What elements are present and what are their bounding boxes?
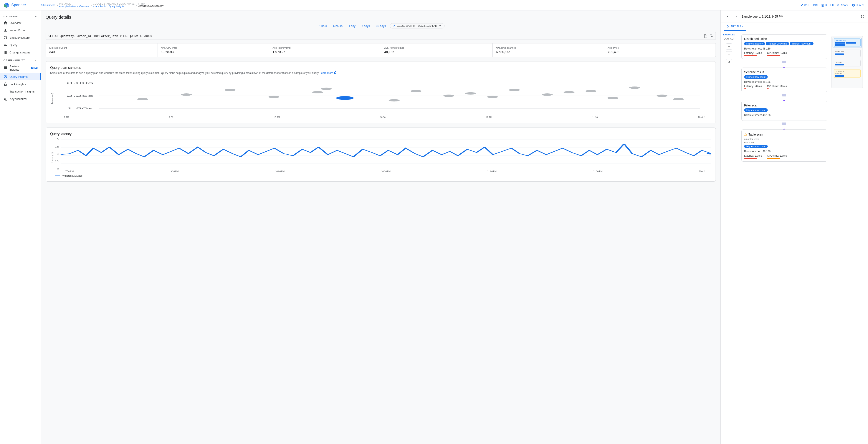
badge-highest-row-2: Highest row count [744,75,768,79]
home-icon [3,21,7,25]
chart-legend: Avg latency: 2.236s [55,174,711,177]
node-serialize-result[interactable]: Serialize result Highest row count Rows … [741,67,827,92]
next-sample-button[interactable] [733,13,740,20]
query-latency-card: Query latency Latency (s) 3s 2.5s 2s 1.5… [45,127,716,182]
delete-database-button[interactable]: DELETE DATABASE [821,4,849,7]
sidebar-item-key-visualizer[interactable]: Key Visualizer [0,95,41,102]
zoom-in-button[interactable]: + [726,43,732,50]
page-title: Query details [45,15,716,20]
sidebar-item-backup-restore[interactable]: Backup/Restore [0,34,41,41]
sidebar-item-lock-insights[interactable]: Lock insights [0,80,41,88]
query-text: SELECT quantity, order_id FROM order_ite… [49,34,703,37]
breadcrumb-sep-3: › [136,3,137,7]
sidebar-item-overview[interactable]: Overview [0,19,41,27]
copy-icon[interactable] [703,34,707,38]
svg-point-14 [269,96,279,98]
cpu-bar-1 [767,55,780,56]
full-scan-label: Full scan [744,141,824,144]
external-link-icon [334,71,336,74]
compact-view-btn[interactable]: COMPACT [724,37,735,40]
node-subtitle-table-scan: on order_item [744,138,824,140]
query-plan-desc: Select one of the dots to see a query pl… [50,71,711,75]
plan-tree: Distributed union Highest latency Highes… [741,34,827,441]
sidebar-item-query[interactable]: Query [0,41,41,49]
svg-rect-40 [835,44,845,46]
top-navigation: Spanner All instances › INSTANCE example… [0,0,868,10]
sidebar-item-change-streams[interactable]: Change streams [0,49,41,56]
expanded-view-btn[interactable]: EXPANDED [723,33,735,36]
time-controls: 1 hour 6 hours 1 day 7 days 30 days 3/1/… [45,23,716,28]
query-latency-title: Query latency [50,132,711,136]
time-range-label: 3/1/23, 8:43 PM - 3/2/23, 12:04 AM [397,24,437,27]
stat-avg-rows-scanned: Avg. rows scanned 6,580,166 [493,43,604,57]
breadcrumb-all-instances[interactable]: All instances [41,4,55,7]
svg-point-26 [586,90,596,92]
node-stats-2: Rows returned: 48,186 [744,80,824,83]
database-section-title: DATABASE [0,12,41,19]
scatter-x-axis: 9 PM 9:30 10 PM 10:30 11 PM 11:30 Thu 02 [55,116,711,119]
latency-chart [61,137,711,170]
cpu-bar-4 [767,158,780,159]
tab-query-plan[interactable]: QUERY PLAN [724,23,746,31]
check-icon [393,24,396,27]
breadcrumb-fprint: FPRINT #865423840743298017 [138,3,163,8]
svg-text:1.50s: 1.50s [67,107,93,110]
zoom-out-button[interactable]: − [726,51,732,57]
panel-title: Sample query: 3/1/23, 9:55 PM [741,15,859,18]
learn-more-link[interactable]: Learn more [320,71,333,75]
node-distributed-union[interactable]: Distributed union Highest latency Highes… [741,34,827,59]
sidebar-item-query-insights[interactable]: Query insights [0,73,41,80]
svg-text:Distributed union: Distributed union [835,40,846,41]
sidebar-item-system-insights[interactable]: System insights NEW [0,63,41,73]
streams-icon [3,50,7,54]
sidebar-item-transaction-insights[interactable]: Transaction insights [0,88,41,95]
app-name: Spanner [11,3,26,7]
main-content: Query details 1 hour 6 hours 1 day 7 day… [41,10,720,444]
scatter-plot[interactable]: 3.00s 2.25s 1.50s [55,79,711,115]
stat-avg-cpu: Avg. CPU (ms) 1,968.93 [157,43,269,57]
reset-zoom-button[interactable]: ↺ [726,59,732,65]
plan-minimap: Distributed union Serialize result Filte… [832,36,863,88]
node-badges-filter: Highest row count [744,109,824,112]
time-6hours[interactable]: 6 hours [331,24,345,28]
node-filter-scan[interactable]: Filter scan Highest row count Rows retur… [741,101,827,121]
node-title-distributed-union: Distributed union [744,37,824,40]
expand-panel-button[interactable] [861,14,865,19]
warning-icon: ⚠ [744,132,747,137]
query-insights-icon [3,75,7,79]
time-7days[interactable]: 7 days [360,24,372,28]
minimap-container: Distributed union Serialize result Filte… [830,34,865,441]
expand-icon[interactable] [709,34,713,38]
node-badges-serialize: Highest row count [744,75,824,79]
svg-point-25 [563,91,575,93]
transaction-icon [3,89,7,93]
prev-sample-button[interactable] [724,13,731,20]
time-1day[interactable]: 1 day [346,24,358,28]
badge-highest-cpu: Highest CPU time [766,42,789,46]
badge-highest-row-1: Highest row count [790,42,813,46]
svg-point-22 [487,96,498,98]
time-30days[interactable]: 30 days [374,24,388,28]
svg-text:⚠ Table scan: ⚠ Table scan [836,70,844,72]
time-range-picker[interactable]: 3/1/23, 8:43 PM - 3/2/23, 12:04 AM [390,23,444,28]
app-layout: DATABASE Overview Import/Export Backup/R… [0,10,868,444]
observability-section-toggle[interactable] [34,59,37,62]
node-table-scan[interactable]: ⚠ Table scan on order_item Full scan Hig… [741,129,827,161]
time-1hour[interactable]: 1 hour [317,24,329,28]
write-ddl-button[interactable]: WRITE DDL [800,4,818,7]
right-panel: Sample query: 3/1/23, 9:55 PM QUERY PLAN… [720,10,868,444]
svg-text:on order_item: on order_item [835,73,842,74]
query-plan-title: Query plan samples [50,66,711,70]
svg-rect-38 [835,42,845,44]
query-bar-icons [703,34,713,38]
sidebar-item-import-export[interactable]: Import/Export [0,27,41,34]
svg-point-23 [509,89,520,91]
latency-bar-1 [744,55,757,56]
svg-point-28 [629,86,640,89]
database-section-toggle[interactable] [34,15,37,18]
svg-point-29 [656,94,667,97]
stat-avg-bytes: Avg. bytes 721,498 [604,43,716,57]
stat-avg-rows-returned: Avg. rows returned 48,186 [381,43,493,57]
learn-button[interactable]: LEARN [852,4,865,7]
svg-point-17 [337,96,352,100]
